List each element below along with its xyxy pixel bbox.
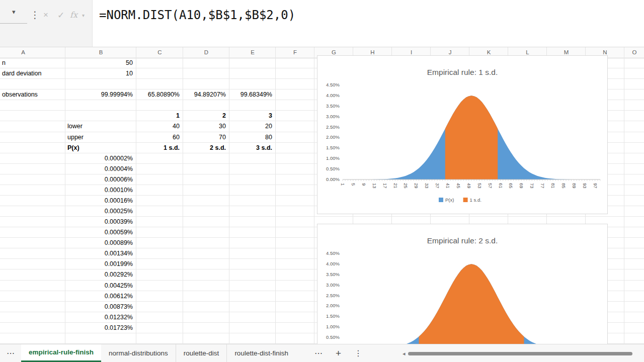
cell-B19[interactable]: 0.00134% (65, 248, 136, 259)
cell-B12[interactable]: 0.00006% (65, 174, 136, 185)
sheet-menu-icon[interactable]: ⋮ (348, 344, 369, 362)
sheet-tab-roulette-dist-finish[interactable]: roulette-dist-finish (226, 344, 296, 362)
scroll-left-arrow-icon[interactable]: ◂ (403, 350, 406, 357)
cell-C8[interactable]: 60 (136, 132, 183, 143)
formula-bar-handle-icon: ⋮ (30, 9, 40, 21)
name-box[interactable]: ▾ (0, 4, 28, 23)
cell-B24[interactable]: 0.00873% (65, 302, 136, 312)
cell-C6[interactable]: 1 (136, 111, 183, 121)
x-tick-label: 37 (435, 183, 440, 189)
cell-B11[interactable]: 0.00004% (65, 164, 136, 174)
x-tick-label: 9 (361, 183, 367, 186)
cell-B13[interactable]: 0.00010% (65, 185, 136, 196)
col-header-B[interactable]: B (91, 47, 111, 58)
cell-B26[interactable]: 0.01723% (65, 323, 136, 333)
tab-overflow-right-icon[interactable]: ⋯ (308, 344, 329, 362)
x-tick-label: 97 (593, 183, 598, 189)
y-tick-label: 4.00% (326, 261, 340, 266)
cell-B25[interactable]: 0.01232% (65, 312, 136, 323)
insert-function-icon[interactable]: fx (70, 10, 77, 20)
sheet-tab-empirical-rule-finish[interactable]: empirical-rule-finish (21, 344, 101, 362)
cell-B1[interactable]: 50 (65, 58, 136, 68)
name-box-chevron-icon[interactable]: ▾ (12, 8, 16, 16)
y-tick-label: 1.00% (326, 324, 340, 329)
x-tick-label: 1 (340, 183, 346, 186)
cell-E4[interactable]: 99.68349% (229, 89, 275, 100)
confirm-icon[interactable]: ✓ (57, 10, 64, 21)
x-tick-label: 29 (414, 183, 419, 189)
add-sheet-icon[interactable]: + (329, 344, 348, 362)
chart-title: Empirical rule: 2 s.d. (427, 236, 498, 245)
sheet-tab-normal-distributions[interactable]: normal-distributions (101, 344, 176, 362)
name-box-underline (0, 23, 27, 24)
y-tick-label: 0.00% (326, 176, 340, 182)
cell-D8[interactable]: 70 (183, 132, 229, 143)
col-header-C[interactable]: C (150, 47, 170, 58)
h-scrollbar-thumb[interactable] (408, 352, 632, 355)
formula-text[interactable]: =NORM.DIST(A10,$B$1,$B$2,0) (99, 8, 295, 22)
cell-B10[interactable]: 0.00002% (65, 153, 136, 164)
cell-E8[interactable]: 80 (229, 132, 275, 143)
cell-E9[interactable]: 3 s.d. (229, 143, 275, 153)
col-header-A[interactable]: A (13, 47, 33, 58)
cell-D6[interactable]: 2 (183, 111, 229, 121)
x-tick-label: 65 (508, 183, 514, 189)
x-tick-label: 21 (393, 183, 398, 189)
chart-empirical-rule-2sd[interactable]: Empirical rule: 2 s.d.0.00%0.50%1.00%1.5… (317, 224, 608, 362)
sheet-tab-roulette-dist[interactable]: roulette-dist (176, 344, 227, 362)
cell-B18[interactable]: 0.00089% (65, 238, 136, 248)
cell-E6[interactable]: 3 (229, 111, 275, 121)
cell-B22[interactable]: 0.00425% (65, 281, 136, 291)
y-tick-label: 3.50% (326, 103, 340, 109)
x-tick-label: 53 (477, 183, 482, 189)
cell-C7[interactable]: 40 (136, 121, 183, 132)
x-tick-label: 57 (488, 183, 493, 189)
col-header-D[interactable]: D (196, 47, 216, 58)
cell-B20[interactable]: 0.00199% (65, 259, 136, 269)
y-tick-label: 3.00% (326, 282, 340, 288)
cell-D9[interactable]: 2 s.d. (183, 143, 229, 153)
cell-B14[interactable]: 0.00016% (65, 196, 136, 206)
cell-B21[interactable]: 0.00292% (65, 269, 136, 280)
cell-A2[interactable]: dard deviation (0, 68, 65, 79)
y-tick-label: 1.50% (326, 145, 340, 150)
cell-D7[interactable]: 30 (183, 121, 229, 132)
y-tick-label: 4.50% (326, 82, 340, 87)
horizontal-scrollbar[interactable]: ◂ (403, 344, 632, 362)
col-header-E[interactable]: E (243, 47, 263, 58)
cell-C9[interactable]: 1 s.d. (136, 143, 183, 153)
cell-B7[interactable]: lower (65, 121, 136, 132)
cell-B2[interactable]: 10 (65, 68, 136, 79)
x-tick-label: 81 (550, 183, 556, 189)
cancel-icon[interactable]: × (43, 10, 48, 20)
y-tick-label: 2.00% (326, 303, 340, 308)
col-header-O[interactable]: O (624, 47, 644, 58)
col-header-F[interactable]: F (285, 47, 305, 58)
cell-B16[interactable]: 0.00039% (65, 217, 136, 227)
cell-B4[interactable]: 99.99994% (65, 89, 136, 100)
x-tick-label: 77 (540, 183, 545, 189)
tab-overflow-left-icon[interactable]: ⋯ (0, 344, 21, 362)
fx-chevron-icon[interactable]: ▾ (82, 13, 85, 18)
x-tick-label: 5 (351, 183, 356, 186)
y-tick-label: 0.50% (326, 334, 340, 340)
cell-B17[interactable]: 0.00059% (65, 227, 136, 238)
y-tick-label: 1.00% (326, 155, 340, 161)
cell-B8[interactable]: upper (65, 132, 136, 143)
legend-swatch (439, 198, 443, 202)
cell-C4[interactable]: 65.80890% (136, 89, 183, 100)
cell-B23[interactable]: 0.00612% (65, 291, 136, 302)
x-tick-label: 73 (529, 183, 535, 189)
cell-A4[interactable]: observations (0, 89, 65, 100)
chart-empirical-rule-1sd[interactable]: Empirical rule: 1 s.d.0.00%0.50%1.00%1.5… (317, 55, 608, 214)
cell-A1[interactable]: n (0, 58, 65, 68)
cell-B9[interactable]: P(x) (65, 143, 136, 153)
y-tick-label: 4.00% (326, 93, 340, 98)
formula-input[interactable]: =NORM.DIST(A10,$B$1,$B$2,0) (92, 0, 644, 47)
cell-E7[interactable]: 20 (229, 121, 275, 132)
cell-D4[interactable]: 94.89207% (183, 89, 229, 100)
cell-B15[interactable]: 0.00025% (65, 206, 136, 217)
y-tick-label: 2.50% (326, 124, 340, 130)
gridline-v (624, 47, 624, 344)
legend-swatch (463, 198, 468, 202)
